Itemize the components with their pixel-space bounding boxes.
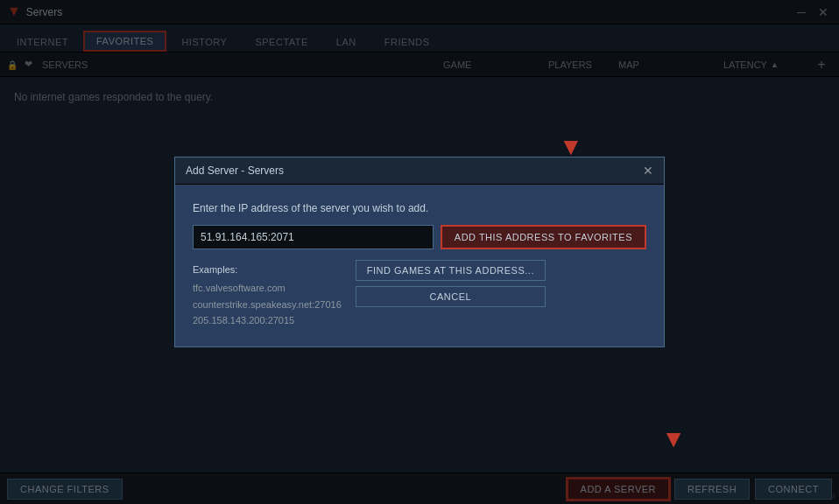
modal-lower-row: Examples: tfc.valvesoftware.com counters… xyxy=(193,262,646,329)
modal-input-row: ADD THIS ADDRESS TO FAVORITES xyxy=(193,225,646,249)
modal-overlay: Add Server - Servers ✕ Enter the IP addr… xyxy=(0,0,839,504)
modal-examples: Examples: tfc.valvesoftware.com counters… xyxy=(193,262,342,329)
modal-body: Enter the IP address of the server you w… xyxy=(175,185,664,346)
example-2: counterstrike.speakeasy.net:27016 xyxy=(193,297,342,313)
modal-close-button[interactable]: ✕ xyxy=(643,164,653,177)
add-to-favorites-button[interactable]: ADD THIS ADDRESS TO FAVORITES xyxy=(441,225,646,249)
modal-titlebar: Add Server - Servers ✕ xyxy=(175,158,664,185)
example-3: 205.158.143.200:27015 xyxy=(193,312,342,329)
example-1: tfc.valvesoftware.com xyxy=(193,280,342,297)
find-games-button[interactable]: FIND GAMES AT THIS ADDRESS... xyxy=(356,260,546,281)
modal-right-buttons: FIND GAMES AT THIS ADDRESS... CANCEL xyxy=(356,260,546,307)
examples-label: Examples: xyxy=(193,262,342,278)
modal-title: Add Server - Servers xyxy=(186,164,284,177)
cancel-button[interactable]: CANCEL xyxy=(356,286,546,307)
modal-instruction: Enter the IP address of the server you w… xyxy=(193,202,646,214)
add-server-dialog: Add Server - Servers ✕ Enter the IP addr… xyxy=(174,157,665,347)
ip-address-input[interactable] xyxy=(193,225,434,249)
